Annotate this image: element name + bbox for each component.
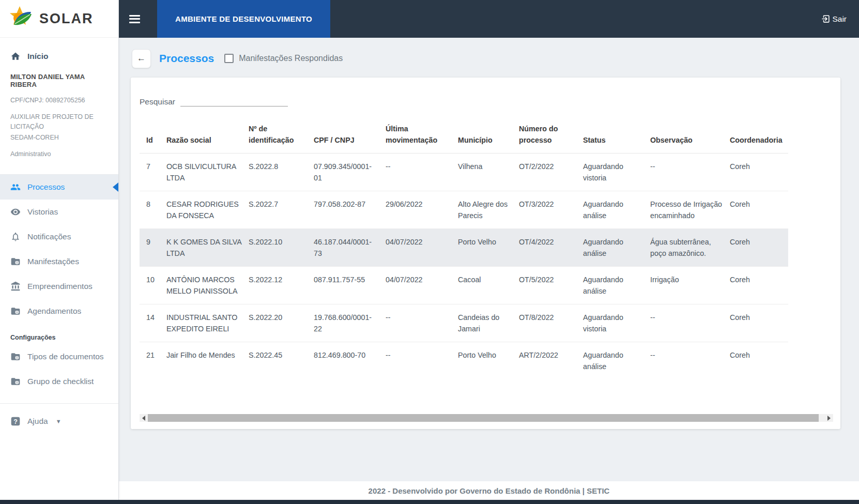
cell-processo: OT/3/2022 [519,191,583,229]
cell-processo: OT/8/2022 [519,304,583,342]
bottom-bar [0,500,859,504]
user-info: MILTON DANIEL YAMA RIBERA CPF/CNPJ: 0089… [0,68,118,168]
scroll-right-icon[interactable] [825,414,833,422]
settings-section-label: Configurações [0,324,118,344]
chevron-down-icon: ▼ [56,418,62,424]
cell-cpf: 19.768.600/0001-22 [314,304,386,342]
cell-obs: -- [650,304,730,342]
search-label: Pesquisar [140,97,175,106]
cell-razao: CESAR RODRIGUES DA FONSECA [166,191,249,229]
column-header-razao-social: Razão social [166,121,249,154]
column-header-id: Id [140,121,166,154]
cell-coord: Coreh [730,304,788,342]
bank-icon [10,281,21,292]
page-content: ← Processos Manifestações Respondidas Pe… [119,38,859,481]
cell-municipio: Vilhena [458,154,519,191]
help-icon: ? [10,416,21,426]
cell-coord: Coreh [730,229,788,267]
user-cpf: CPF/CNPJ: 00892705256 [10,96,109,105]
cell-razao: OCB SILVICULTURA LTDA [166,154,249,191]
manifestacoes-respondidas-checkbox[interactable]: Manifestações Respondidas [224,54,343,63]
page-title: Processos [159,52,214,65]
user-role-org: SEDAM-COREH [10,133,109,143]
cell-coord: Coreh [730,154,788,191]
scrollbar-thumb[interactable] [148,414,819,422]
sidebar-item-manifestacoes[interactable]: Manifestações [0,249,118,274]
eye-icon [10,207,21,217]
sidebar-item-label: Vistorias [27,207,58,217]
horizontal-scrollbar[interactable] [140,414,833,422]
back-button[interactable]: ← [132,49,151,68]
table-row-process-7[interactable]: 7OCB SILVICULTURA LTDAS.2022.807.909.345… [140,154,788,191]
checkbox-icon[interactable] [224,54,234,63]
sidebar-settings-menu: Tipos de documentosGrupo de checklist [0,344,118,394]
bell-icon [10,232,21,242]
folder-info-icon [10,306,21,316]
hamburger-menu-icon[interactable] [129,13,143,25]
sidebar-item-inicio[interactable]: Início [0,45,118,68]
folder-info-icon [10,352,21,362]
sidebar-item-label: Tipos de documentos [27,352,104,361]
solar-logo-icon [7,5,34,32]
sidebar: SOLAR Início MILTON DANIEL YAMA RIBERA C… [0,0,119,500]
environment-banner: AMBIENTE DE DESENVOLVIMENTO [157,0,330,38]
table-row-process-21[interactable]: 21Jair Filho de MendesS.2022.45812.469.8… [140,342,788,380]
exit-door-icon [821,14,831,24]
table-row-process-9[interactable]: 9K K GOMES DA SILVA LTDAS.2022.1046.187.… [140,229,788,267]
cell-mov: -- [386,342,458,380]
column-header-cpf-/-cnpj: CPF / CNPJ [314,121,386,154]
column-header-numero-do-processo: Número do processo [519,121,583,154]
column-header-coordenadoria: Coordenadoria [730,121,788,154]
cell-cpf: 46.187.044/0001-73 [314,229,386,267]
logout-button[interactable]: Sair [821,14,847,24]
home-icon [10,51,21,62]
cell-processo: OT/5/2022 [519,267,583,304]
cell-cpf: 07.909.345/0001-01 [314,154,386,191]
sidebar-scroll: Início MILTON DANIEL YAMA RIBERA CPF/CNP… [0,38,118,500]
sidebar-divider [0,403,118,404]
search-input[interactable] [180,95,288,106]
page-header: ← Processos Manifestações Respondidas [132,48,859,69]
sidebar-item-processos[interactable]: Processos [0,175,118,200]
cell-cpf: 797.058.202-87 [314,191,386,229]
cell-municipio: Porto Velho [458,229,519,267]
folder-info-icon [10,256,21,267]
table-row-process-14[interactable]: 14INDUSTRIAL SANTO EXPEDITO EIRELIS.2022… [140,304,788,342]
sidebar-item-grupo-de-checklist[interactable]: Grupo de checklist [0,369,118,394]
column-header-observacao: Observação [650,121,730,154]
cell-id: 21 [140,342,166,380]
sidebar-item-label: Notificações [27,232,71,241]
folder-info-icon [10,376,21,387]
sidebar-item-notificacoes[interactable]: Notificações [0,224,118,249]
brand-logo[interactable]: SOLAR [0,0,118,38]
cell-processo: ART/2/2022 [519,342,583,380]
table-row-process-8[interactable]: 8CESAR RODRIGUES DA FONSECAS.2022.7797.0… [140,191,788,229]
cell-ident: S.2022.10 [249,229,314,267]
sidebar-item-label: Empreendimentos [27,282,93,291]
cell-ident: S.2022.7 [249,191,314,229]
sidebar-item-vistorias[interactable]: Vistorias [0,200,118,224]
user-role: AUXILIAR DE PROJETO DE LICITAÇÃO [10,112,109,132]
cell-coord: Coreh [730,267,788,304]
svg-text:?: ? [13,418,18,425]
sidebar-item-label: Início [27,52,48,61]
sidebar-item-agendamentos[interactable]: Agendamentos [0,299,118,324]
brand-name: SOLAR [39,11,94,27]
cell-status: Aguardando vistoria [583,304,650,342]
cell-cpf: 812.469.800-70 [314,342,386,380]
cell-obs: -- [650,342,730,380]
sidebar-item-empreendimentos[interactable]: Empreendimentos [0,274,118,299]
sidebar-item-ajuda[interactable]: ? Ajuda ▼ [0,409,118,434]
sidebar-item-tipos-de-documentos[interactable]: Tipos de documentos [0,344,118,369]
cell-status: Aguardando vistoria [583,154,650,191]
cell-municipio: Cacoal [458,267,519,304]
scroll-left-icon[interactable] [140,414,148,422]
sidebar-item-label: Agendamentos [27,307,81,316]
cell-ident: S.2022.45 [249,342,314,380]
cell-cpf: 087.911.757-55 [314,267,386,304]
active-indicator-icon [113,182,118,192]
table-row-process-10[interactable]: 10ANTÔNIO MARCOS MELLO PIANISSOLAS.2022.… [140,267,788,304]
cell-coord: Coreh [730,191,788,229]
cell-processo: OT/2/2022 [519,154,583,191]
cell-razao: ANTÔNIO MARCOS MELLO PIANISSOLA [166,267,249,304]
